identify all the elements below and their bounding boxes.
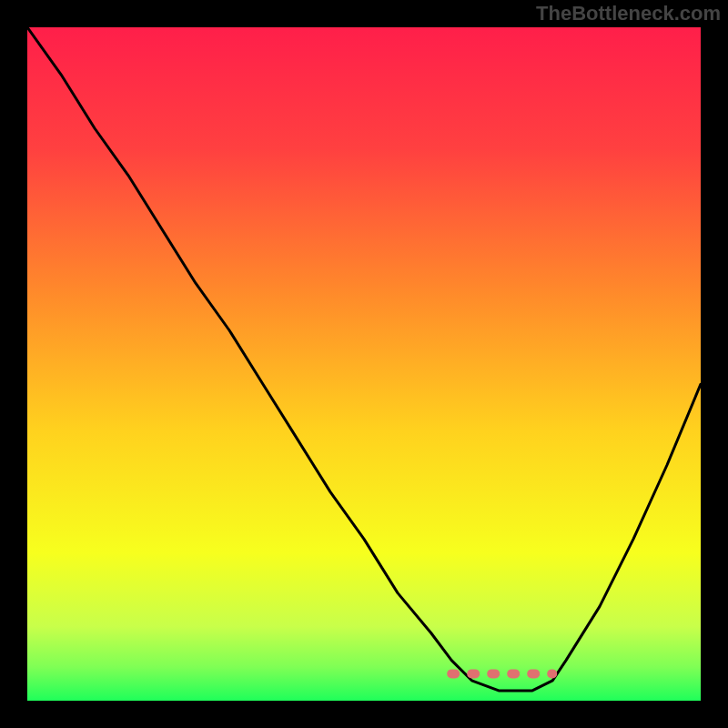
bottleneck-chart-svg bbox=[27, 27, 701, 701]
gradient-background bbox=[27, 27, 701, 701]
chart-area bbox=[27, 27, 701, 701]
watermark-text: TheBottleneck.com bbox=[536, 2, 721, 25]
